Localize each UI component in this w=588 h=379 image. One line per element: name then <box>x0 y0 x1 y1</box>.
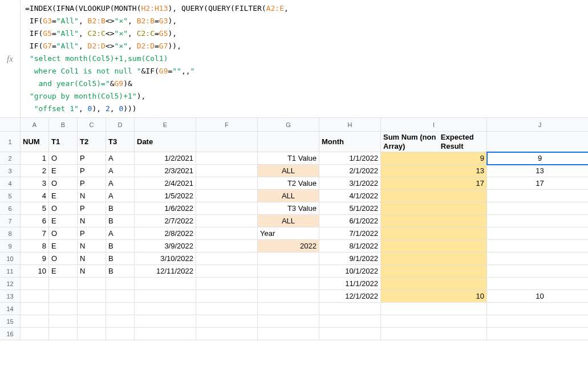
cell-month[interactable] <box>319 303 381 315</box>
cell-t1[interactable]: E <box>49 165 78 177</box>
cell-t1[interactable]: E <box>49 215 78 227</box>
cell-sum-j[interactable] <box>487 315 588 328</box>
cell[interactable] <box>196 177 258 190</box>
row-header[interactable]: 10 <box>0 252 21 265</box>
cell-filter[interactable]: ALL <box>258 215 319 227</box>
cell-num[interactable]: 8 <box>21 240 49 252</box>
cell[interactable] <box>196 265 258 278</box>
cell-month[interactable]: 1/1/2022 <box>319 152 381 165</box>
header-sum[interactable]: Sum Num (non Array)Expected Result <box>381 132 487 152</box>
row-header[interactable]: 6 <box>0 202 21 215</box>
cell-t3[interactable]: B <box>106 215 135 227</box>
cell-sum-i[interactable]: 13 <box>381 165 487 177</box>
cell-t2[interactable]: N <box>78 240 106 252</box>
row-header[interactable]: 11 <box>0 265 21 278</box>
header-t1[interactable]: T1 <box>49 132 78 152</box>
cell-sum-j[interactable] <box>487 252 588 265</box>
cell-month[interactable]: 4/1/2022 <box>319 190 381 202</box>
cell-date[interactable]: 1/2/2021 <box>135 152 196 165</box>
cell-t3[interactable]: A <box>106 165 135 177</box>
cell-sum-i[interactable] <box>381 252 487 265</box>
cell-t1[interactable]: O <box>49 152 78 165</box>
cell[interactable] <box>196 202 258 215</box>
cell-t3[interactable]: B <box>106 202 135 215</box>
cell-t3[interactable]: B <box>106 240 135 252</box>
row-header[interactable]: 12 <box>0 278 21 290</box>
col-header[interactable]: H <box>319 118 381 132</box>
cell-num[interactable]: 5 <box>21 202 49 215</box>
cell-t1[interactable]: O <box>49 177 78 190</box>
cell-filter[interactable]: ALL <box>258 190 319 202</box>
cell-filter[interactable]: T3 Value <box>258 202 319 215</box>
cell-t3[interactable]: A <box>106 152 135 165</box>
cell-t1[interactable] <box>49 278 78 290</box>
cell[interactable] <box>196 165 258 177</box>
cell-num[interactable] <box>21 315 49 328</box>
cell-t3[interactable] <box>106 328 135 340</box>
cell-filter[interactable]: T1 Value <box>258 152 319 165</box>
cell-t2[interactable] <box>78 290 106 303</box>
cell-sum-i[interactable] <box>381 278 487 290</box>
cell-date[interactable]: 2/4/2021 <box>135 177 196 190</box>
cell-month[interactable]: 6/1/2022 <box>319 215 381 227</box>
cell-num[interactable]: 3 <box>21 177 49 190</box>
cell[interactable] <box>196 152 258 165</box>
cell-num[interactable]: 9 <box>21 252 49 265</box>
cell-sum-i[interactable]: 17 <box>381 177 487 190</box>
cell-sum-i[interactable] <box>381 303 487 315</box>
cell-t1[interactable] <box>49 315 78 328</box>
cell-month[interactable]: 11/1/2022 <box>319 278 381 290</box>
cell-t3[interactable]: B <box>106 252 135 265</box>
cell-filter[interactable] <box>258 265 319 278</box>
cell-t3[interactable]: A <box>106 190 135 202</box>
cell-num[interactable]: 7 <box>21 227 49 240</box>
cell-num[interactable] <box>21 290 49 303</box>
cell-num[interactable]: 6 <box>21 215 49 227</box>
row-header[interactable]: 9 <box>0 240 21 252</box>
row-header[interactable]: 3 <box>0 165 21 177</box>
cell-num[interactable]: 1 <box>21 152 49 165</box>
cell-t1[interactable]: O <box>49 202 78 215</box>
col-header[interactable]: D <box>106 118 135 132</box>
cell-filter[interactable]: 2022 <box>258 240 319 252</box>
header-num[interactable]: NUM <box>21 132 49 152</box>
cell[interactable] <box>196 132 258 152</box>
cell-filter[interactable] <box>258 252 319 265</box>
formula-content[interactable]: =INDEX(IFNA(VLOOKUP(MONTH(H2:H13), QUERY… <box>21 0 588 117</box>
row-header[interactable]: 14 <box>0 303 21 315</box>
cell-t2[interactable]: N <box>78 252 106 265</box>
header-t3[interactable]: T3 <box>106 132 135 152</box>
cell-filter[interactable] <box>258 328 319 340</box>
cell-t1[interactable] <box>49 328 78 340</box>
cell-month[interactable]: 12/1/2022 <box>319 290 381 303</box>
cell-t2[interactable]: N <box>78 265 106 278</box>
row-header[interactable]: 8 <box>0 227 21 240</box>
cell-t2[interactable] <box>78 278 106 290</box>
cell-sum-j[interactable] <box>487 240 588 252</box>
row-header[interactable]: 16 <box>0 328 21 340</box>
cell[interactable] <box>196 328 258 340</box>
cell-sum-j[interactable]: 17 <box>487 177 588 190</box>
cell-t3[interactable]: A <box>106 177 135 190</box>
cell-t2[interactable]: P <box>78 177 106 190</box>
cell-sum-j[interactable] <box>487 328 588 340</box>
cell-filter[interactable] <box>258 303 319 315</box>
cell-month[interactable]: 8/1/2022 <box>319 240 381 252</box>
cell-sum-i[interactable]: 10 <box>381 290 487 303</box>
cell-t1[interactable]: E <box>49 190 78 202</box>
cell-sum-j[interactable]: 9 <box>487 152 588 165</box>
cell-t2[interactable] <box>78 303 106 315</box>
cell[interactable] <box>196 215 258 227</box>
cell-t3[interactable] <box>106 315 135 328</box>
cell-month[interactable]: 9/1/2022 <box>319 252 381 265</box>
row-header[interactable]: 2 <box>0 152 21 165</box>
cell-sum-j[interactable] <box>487 202 588 215</box>
cell-date[interactable]: 3/9/2022 <box>135 240 196 252</box>
cell-sum-i[interactable] <box>381 240 487 252</box>
col-header[interactable]: G <box>258 118 319 132</box>
cell[interactable] <box>196 278 258 290</box>
cell-t3[interactable] <box>106 303 135 315</box>
cell-t3[interactable]: B <box>106 265 135 278</box>
cell-date[interactable] <box>135 303 196 315</box>
cell[interactable] <box>196 252 258 265</box>
